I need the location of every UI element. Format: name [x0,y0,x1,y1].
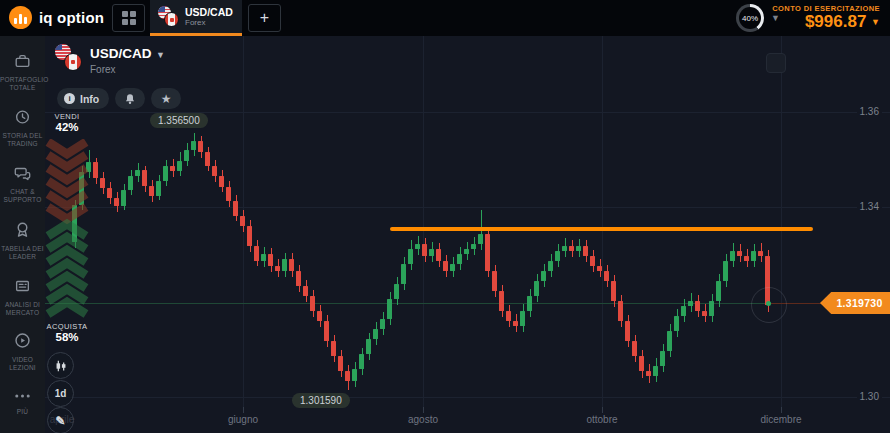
candle-body [688,301,693,306]
candle-body [436,249,441,261]
sidebar-item-label: ANALISI DI MERCATO [0,301,45,316]
sell-gauge: VENDI 42% [45,112,89,133]
candle-body [261,254,266,261]
briefcase-icon [13,52,32,70]
sidebar-item-label: VIDEO LEZIONI [0,356,45,371]
candle-body [401,264,406,284]
app-logo[interactable]: iq option [9,6,104,29]
sell-label: VENDI [45,112,89,121]
sidebar-item-more[interactable]: PIÙ [0,388,45,416]
candle-body [534,281,539,296]
candle-body [597,266,602,271]
sidebar-item-label: PIÙ [0,408,45,416]
star-icon: ★ [161,93,172,105]
candle-body [219,176,224,187]
instrument-type: Forex [90,64,165,75]
candle-body [226,187,231,201]
candle-body [723,261,728,281]
candle-body [387,299,392,319]
candle-body [499,291,504,311]
sidebar-item-leaderboard[interactable]: TABELLA DEI LEADER [0,220,45,260]
left-sidebar: PORTAFOGLIO TOTALE STORIA DEL TRADING CH… [0,36,45,433]
canada-flag-icon [164,12,179,27]
high-price-label: 1.356500 [150,113,208,128]
candle-body [660,351,665,366]
timeframe-button[interactable]: 1d [47,380,74,407]
candle-body [93,162,98,178]
ellipsis-icon [13,390,32,402]
candle-body [758,251,763,256]
add-tab-button[interactable]: + [248,4,281,32]
candle-body [268,254,273,266]
resistance-line[interactable] [390,227,813,231]
candle-body [380,319,385,329]
candle-body [366,339,371,354]
candle-body [674,316,679,331]
top-bar: iq option USD/CAD Forex + 40% ▼ CONTO DI… [0,0,890,36]
candle-body [289,259,294,271]
chevron-down-icon[interactable]: ▼ [156,50,165,60]
low-price-label: 1.301590 [292,393,350,408]
candle-body [317,311,322,321]
y-axis-label: 1.34 [857,201,882,212]
candle-body [142,170,147,186]
buy-gauge: ACQUISTA 58% [45,322,89,343]
sidebar-item-label: STORIA DEL TRADING [0,132,45,147]
tab-usdcad[interactable]: USD/CAD Forex [150,0,242,36]
candle-body [443,261,448,271]
candle-body [121,190,126,206]
info-button-label: Info [80,93,99,105]
candle-body [107,188,112,198]
timer-ring[interactable]: 40% [736,4,764,32]
asset-grid-button[interactable] [112,4,145,32]
y-axis-label: 1.30 [857,391,882,402]
candle-body [667,331,672,351]
sidebar-item-history[interactable]: STORIA DEL TRADING [0,108,45,147]
drawing-tools-button[interactable]: ✎ [47,407,74,433]
candle-body [408,249,413,264]
info-icon: i [64,93,75,104]
candle-body [611,281,616,301]
candle-body [569,246,574,251]
price-pulse-dot [766,301,771,306]
alert-button[interactable] [115,88,145,109]
chart-menu-button[interactable] [766,53,786,73]
sidebar-item-support[interactable]: CHAT & SUPPORTO [0,164,45,203]
candle-body [513,321,518,326]
candle-body [695,301,700,311]
candle-body [632,341,637,356]
candle-body [681,306,686,316]
history-clock-icon [13,108,32,126]
medal-icon [13,220,32,239]
account-switcher[interactable]: CONTO DI ESERCITAZIONE $996.87 ▼ [772,4,880,32]
candle-body [716,281,721,301]
sidebar-item-portfolio[interactable]: PORTAFOGLIO TOTALE [0,52,45,91]
y-axis-label: 1.36 [857,106,882,117]
candle-body [135,170,140,176]
sidebar-item-label: TABELLA DEI LEADER [0,245,45,260]
candle-body [583,246,588,256]
chart-type-button[interactable] [47,352,74,379]
candle-body [590,256,595,266]
candle-body [604,271,609,281]
candle-body [555,251,560,261]
sidebar-item-analysis[interactable]: ANALISI DI MERCATO [0,277,45,316]
timeframe-label: 1d [55,388,67,399]
timer-value: 40% [739,7,761,29]
candle-body [191,141,196,150]
trading-app: 1.356500 1.301590 1.319730 1.361.341.30a… [0,0,890,433]
candle-body [205,152,210,166]
info-button[interactable]: i Info [57,88,109,109]
candle-body [282,259,287,271]
candle-body [625,321,630,341]
pencil-icon: ✎ [55,414,65,428]
sell-percent: 42% [45,121,89,133]
candle-body [331,341,336,356]
candle-body [457,254,462,264]
favorite-button[interactable]: ★ [151,88,181,109]
instrument-name[interactable]: USD/CAD [90,46,152,61]
play-circle-icon [13,331,32,350]
candlestick-icon [53,358,69,374]
sidebar-item-video[interactable]: VIDEO LEZIONI [0,331,45,371]
candle-body [359,354,364,369]
